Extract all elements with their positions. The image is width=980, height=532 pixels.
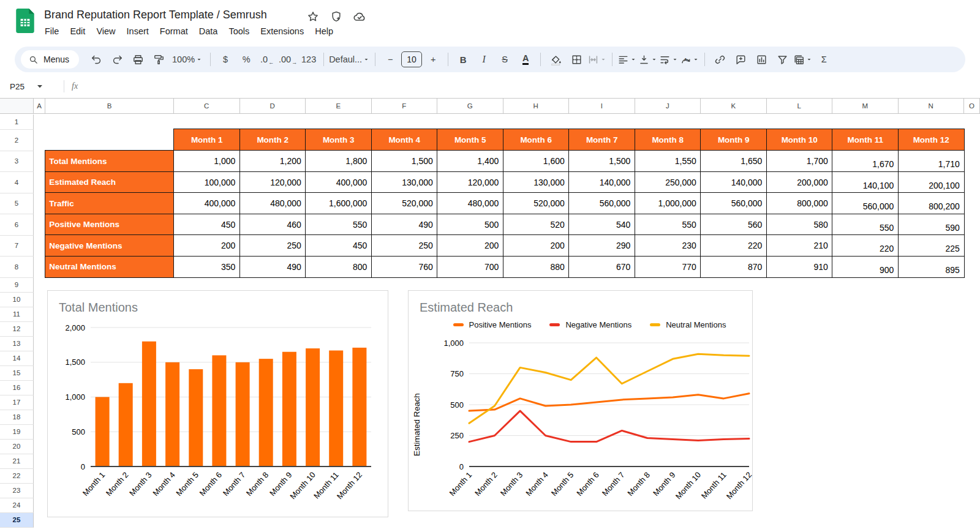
toolbar-italic[interactable]: I [474, 50, 494, 69]
value-cell[interactable]: 350 [173, 256, 240, 278]
empty-cell[interactable] [45, 129, 174, 151]
toolbar-font[interactable]: Defaul... [329, 50, 370, 69]
toolbar-horizontal-align[interactable] [617, 50, 637, 69]
value-cell[interactable]: 130,000 [503, 171, 570, 193]
value-cell[interactable]: 100,000 [173, 171, 240, 193]
shield-plus-icon[interactable] [330, 10, 343, 23]
value-cell[interactable]: 460 [239, 214, 306, 236]
menu-view[interactable]: View [91, 24, 121, 38]
metric-label-cell[interactable]: Neutral Mentions [45, 256, 175, 278]
value-cell[interactable]: 800,000 [766, 192, 833, 214]
toolbar-decrease-font-size[interactable]: − [380, 50, 400, 69]
value-cell[interactable]: 290 [568, 234, 635, 257]
value-cell[interactable]: 1,600,000 [305, 192, 372, 214]
toolbar-text-wrapping[interactable] [659, 50, 679, 69]
column-header-C[interactable]: C [174, 99, 240, 113]
toolbar-vertical-align[interactable] [638, 50, 658, 69]
value-cell[interactable]: 670 [568, 256, 635, 278]
value-cell[interactable]: 800 [305, 256, 372, 278]
value-cell[interactable]: 250,000 [635, 171, 701, 193]
value-cell[interactable]: 480,000 [239, 192, 306, 214]
month-header-cell[interactable]: Month 7 [568, 129, 635, 151]
menu-file[interactable]: File [39, 24, 64, 38]
column-header-K[interactable]: K [701, 99, 767, 113]
menu-insert[interactable]: Insert [121, 24, 154, 38]
column-header-N[interactable]: N [899, 99, 965, 113]
row-header-3[interactable]: 3 [0, 151, 34, 173]
value-cell[interactable]: 225 [898, 234, 965, 257]
column-header-I[interactable]: I [569, 99, 635, 113]
value-cell[interactable]: 250 [239, 234, 306, 257]
toolbar-functions[interactable]: Σ [814, 50, 834, 69]
value-cell[interactable]: 220 [700, 234, 767, 257]
row-header-22[interactable]: 22 [0, 469, 34, 484]
row-header-21[interactable]: 21 [0, 454, 34, 469]
value-cell[interactable]: 590 [898, 214, 965, 236]
total-mentions-chart[interactable]: Month 1Month 2Month 3Month 4Month 5Month… [47, 290, 388, 517]
value-cell[interactable]: 200 [437, 234, 503, 257]
value-cell[interactable]: 490 [371, 214, 438, 236]
value-cell[interactable]: 1,550 [635, 150, 701, 172]
value-cell[interactable]: 120,000 [239, 171, 306, 193]
column-header-O[interactable]: O [964, 99, 980, 113]
row-header-2[interactable]: 2 [0, 130, 34, 151]
row-header-16[interactable]: 16 [0, 381, 34, 395]
value-cell[interactable]: 560,000 [700, 192, 767, 214]
metric-label-cell[interactable]: Positive Mentions [45, 214, 175, 236]
metric-label-cell[interactable]: Estimated Reach [45, 171, 175, 193]
row-header-12[interactable]: 12 [0, 322, 34, 337]
row-header-13[interactable]: 13 [0, 337, 34, 351]
column-header-H[interactable]: H [503, 99, 570, 113]
metric-label-cell[interactable]: Negative Mentions [45, 234, 175, 257]
value-cell[interactable]: 1,500 [371, 150, 438, 172]
name-box[interactable]: P25 [0, 75, 61, 98]
toolbar-borders[interactable] [567, 50, 586, 69]
value-cell[interactable]: 760 [371, 256, 438, 278]
row-header-1[interactable]: 1 [0, 114, 34, 130]
toolbar-font-size[interactable]: 10 [401, 50, 422, 69]
toolbar-fill-color[interactable] [546, 50, 565, 69]
value-cell[interactable]: 560,000 [832, 192, 899, 214]
menu-help[interactable]: Help [309, 24, 339, 38]
value-cell[interactable]: 580 [766, 214, 833, 236]
row-header-18[interactable]: 18 [0, 410, 34, 425]
row-header-9[interactable]: 9 [0, 278, 34, 293]
toolbar-format-as-currency[interactable]: $ [216, 50, 235, 69]
value-cell[interactable]: 1,710 [898, 150, 965, 172]
toolbar-insert-chart[interactable] [752, 50, 771, 69]
month-header-cell[interactable]: Month 3 [305, 129, 372, 151]
toolbar-create-filter[interactable] [772, 50, 792, 69]
value-cell[interactable]: 500 [437, 214, 503, 236]
toolbar-increase-font-size[interactable]: + [423, 50, 443, 69]
column-header-J[interactable]: J [635, 99, 701, 113]
cloud-check-icon[interactable] [353, 10, 366, 23]
value-cell[interactable]: 120,000 [437, 171, 503, 193]
value-cell[interactable]: 1,200 [239, 150, 306, 172]
column-header-A[interactable]: A [34, 99, 45, 113]
value-cell[interactable]: 480,000 [437, 192, 503, 214]
value-cell[interactable]: 140,000 [700, 171, 767, 193]
row-header-20[interactable]: 20 [0, 440, 34, 454]
value-cell[interactable]: 250 [371, 234, 438, 257]
value-cell[interactable]: 880 [503, 256, 570, 278]
month-header-cell[interactable]: Month 10 [766, 129, 833, 151]
value-cell[interactable]: 1,400 [437, 150, 503, 172]
value-cell[interactable]: 400,000 [173, 192, 240, 214]
value-cell[interactable]: 700 [437, 256, 503, 278]
value-cell[interactable]: 1,650 [700, 150, 767, 172]
value-cell[interactable]: 400,000 [305, 171, 372, 193]
sheets-logo-icon[interactable] [16, 9, 34, 33]
value-cell[interactable]: 895 [898, 256, 965, 278]
row-header-24[interactable]: 24 [0, 498, 34, 513]
value-cell[interactable]: 450 [173, 214, 240, 236]
row-header-4[interactable]: 4 [0, 172, 34, 193]
row-header-8[interactable]: 8 [0, 257, 34, 278]
column-header-F[interactable]: F [372, 99, 438, 113]
value-cell[interactable]: 1,800 [305, 150, 372, 172]
toolbar-insert-comment[interactable] [731, 50, 750, 69]
value-cell[interactable]: 550 [635, 214, 701, 236]
row-header-14[interactable]: 14 [0, 351, 34, 366]
row-header-17[interactable]: 17 [0, 395, 34, 410]
fx-icon[interactable]: fx [72, 81, 78, 91]
select-all-corner[interactable] [0, 99, 34, 113]
